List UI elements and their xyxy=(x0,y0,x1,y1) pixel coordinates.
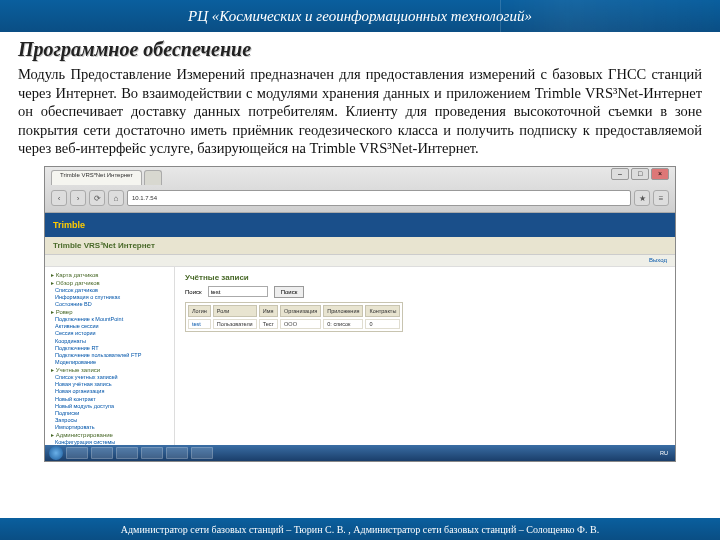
panel-title: Учётные записи xyxy=(185,273,665,282)
tray-lang[interactable]: RU xyxy=(660,450,668,456)
task-item[interactable] xyxy=(91,447,113,459)
header-title: РЦ «Космических и геоинформационных техн… xyxy=(188,8,532,25)
app-status-bar: Выход xyxy=(45,255,675,267)
maximize-button[interactable]: □ xyxy=(631,168,649,180)
browser-tab-inactive[interactable] xyxy=(144,170,162,185)
browser-chrome: – □ × Trimble VRS³Net Интернет ‹ › ⟳ ⌂ 1… xyxy=(45,167,675,213)
close-button[interactable]: × xyxy=(651,168,669,180)
table-cell: Тест xyxy=(259,319,278,329)
browser-tab-active[interactable]: Trimble VRS³Net Интернет xyxy=(51,170,142,185)
footer-text: Администратор сети базовых станций – Тюр… xyxy=(121,524,599,535)
search-button[interactable]: Поиск xyxy=(274,286,305,298)
minimize-button[interactable]: – xyxy=(611,168,629,180)
logout-link[interactable]: Выход xyxy=(649,257,667,263)
task-item[interactable] xyxy=(66,447,88,459)
sidebar-group[interactable]: ▸ Ровер xyxy=(51,308,168,315)
table-cell: test xyxy=(188,319,211,329)
column-header[interactable]: Роли xyxy=(213,305,257,317)
header-accent xyxy=(500,0,720,32)
sidebar-group[interactable]: ▸ Администрирование xyxy=(51,431,168,438)
browser-toolbar: ‹ › ⟳ ⌂ 10.1.7.54 ★ ≡ xyxy=(45,185,675,212)
sidebar-item[interactable]: Импортировать xyxy=(51,424,168,431)
sidebar-item[interactable]: Координаты xyxy=(51,338,168,345)
app-title-bar: Trimble VRS³Net Интернет xyxy=(45,237,675,255)
table-cell: 0 xyxy=(365,319,400,329)
account-link[interactable]: test xyxy=(192,321,201,327)
task-item[interactable] xyxy=(191,447,213,459)
sidebar-item[interactable]: Подписки xyxy=(51,410,168,417)
search-input[interactable] xyxy=(208,286,268,297)
bookmark-button[interactable]: ★ xyxy=(634,190,650,206)
sidebar-item[interactable]: Новый контракт xyxy=(51,396,168,403)
sidebar: ▸ Карта датчиков▸ Обзор датчиковСписок д… xyxy=(45,267,175,445)
app-brand-header: Trimble xyxy=(45,213,675,237)
sidebar-item[interactable]: Информация о спутниках xyxy=(51,294,168,301)
table-cell: Пользователи xyxy=(213,319,257,329)
sidebar-item[interactable]: Активные сессии xyxy=(51,323,168,330)
column-header[interactable]: Контракты xyxy=(365,305,400,317)
column-header[interactable]: Имя xyxy=(259,305,278,317)
app-title: Trimble VRS³Net Интернет xyxy=(53,241,155,250)
sidebar-item[interactable]: Подключение к MountPoint xyxy=(51,316,168,323)
sidebar-item[interactable]: Моделирование xyxy=(51,359,168,366)
brand-logo: Trimble xyxy=(53,220,85,230)
table-row: testПользователиТестООО0: список0 xyxy=(188,319,400,329)
column-header[interactable]: Организация xyxy=(280,305,321,317)
sidebar-item[interactable]: Подключение пользователей FTP xyxy=(51,352,168,359)
menu-button[interactable]: ≡ xyxy=(653,190,669,206)
start-button[interactable] xyxy=(49,446,63,460)
search-row: Поиск Поиск xyxy=(185,286,665,298)
sidebar-item[interactable]: Новый модуль доступа xyxy=(51,403,168,410)
sidebar-item[interactable]: Сессия истории xyxy=(51,330,168,337)
column-header[interactable]: Приложения xyxy=(323,305,363,317)
slide-body: Модуль Предоставление Измерений предназн… xyxy=(0,65,720,158)
home-button[interactable]: ⌂ xyxy=(108,190,124,206)
slide-subtitle: Программное обеспечение xyxy=(0,32,720,65)
accounts-table: ЛогинРолиИмяОрганизацияПриложенияКонтрак… xyxy=(185,302,403,332)
reload-button[interactable]: ⟳ xyxy=(89,190,105,206)
sidebar-group[interactable]: ▸ Учетные записи xyxy=(51,366,168,373)
task-item[interactable] xyxy=(141,447,163,459)
system-tray: RU xyxy=(660,450,671,456)
forward-button[interactable]: › xyxy=(70,190,86,206)
sidebar-item[interactable]: Новая учётная запись xyxy=(51,381,168,388)
window-controls: – □ × xyxy=(611,168,669,180)
sidebar-item[interactable]: Новая организация xyxy=(51,388,168,395)
address-bar[interactable]: 10.1.7.54 xyxy=(127,190,631,206)
content-area: ▸ Карта датчиков▸ Обзор датчиковСписок д… xyxy=(45,267,675,445)
footer-bar: Администратор сети базовых станций – Тюр… xyxy=(0,518,720,540)
task-item[interactable] xyxy=(166,447,188,459)
table-cell: ООО xyxy=(280,319,321,329)
task-item[interactable] xyxy=(116,447,138,459)
header-bar: РЦ «Космических и геоинформационных техн… xyxy=(0,0,720,32)
sidebar-group[interactable]: ▸ Карта датчиков xyxy=(51,271,168,278)
browser-tabs: Trimble VRS³Net Интернет xyxy=(45,167,675,185)
sidebar-group[interactable]: ▸ Обзор датчиков xyxy=(51,279,168,286)
main-panel: Учётные записи Поиск Поиск ЛогинРолиИмяО… xyxy=(175,267,675,445)
sidebar-item[interactable]: Состояние BD xyxy=(51,301,168,308)
sidebar-item[interactable]: Список датчиков xyxy=(51,287,168,294)
search-label: Поиск xyxy=(185,289,202,295)
sidebar-item[interactable]: Подключение RT xyxy=(51,345,168,352)
column-header[interactable]: Логин xyxy=(188,305,211,317)
sidebar-item[interactable]: Запросы xyxy=(51,417,168,424)
back-button[interactable]: ‹ xyxy=(51,190,67,206)
sidebar-item[interactable]: Список учетных записей xyxy=(51,374,168,381)
table-cell: 0: список xyxy=(323,319,363,329)
taskbar: RU xyxy=(45,445,675,461)
app-screenshot: – □ × Trimble VRS³Net Интернет ‹ › ⟳ ⌂ 1… xyxy=(44,166,676,462)
